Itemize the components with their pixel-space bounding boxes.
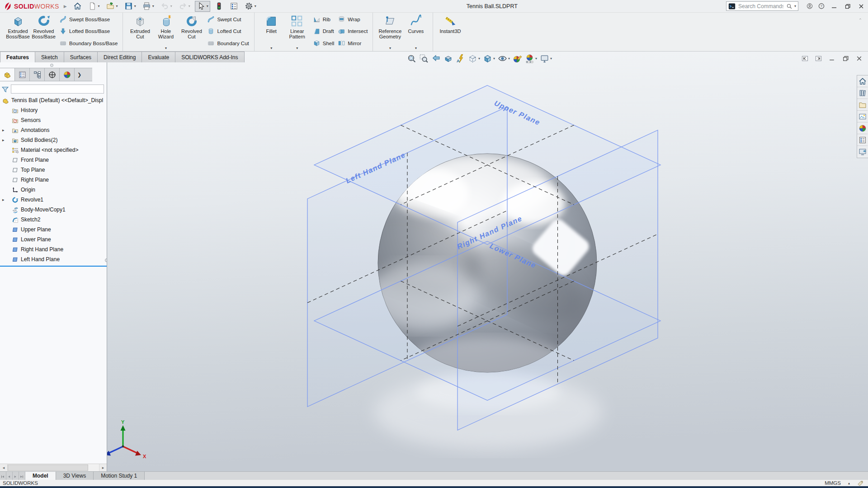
unit-system-dropdown-icon[interactable]: ▴ [848, 481, 850, 485]
tree-item-right-plane[interactable]: Right Plane [0, 175, 107, 185]
tab-surfaces[interactable]: Surfaces [64, 52, 98, 62]
undo-button[interactable]: ▾ [159, 1, 174, 12]
rollback-bar[interactable] [0, 266, 107, 267]
undo-dropdown-icon[interactable]: ▾ [170, 5, 172, 8]
revolved-boss-base-button[interactable]: Revolved Boss/Base [31, 14, 57, 51]
collapse-pane-right-button[interactable] [814, 55, 823, 62]
tree-item-right-hand-plane[interactable]: Right Hand Plane [0, 244, 107, 254]
doc-tab-motion-study-1[interactable]: Motion Study 1 [94, 472, 145, 480]
linear-pattern-button[interactable]: Linear Pattern▾ [284, 14, 310, 51]
scroll-right-button[interactable]: ▸ [99, 464, 107, 471]
boundary-boss-base-button[interactable]: Boundary Boss/Base [59, 39, 118, 47]
pane-tabs-overflow-button[interactable]: ❯ [75, 68, 84, 81]
curves-button[interactable]: Curves▾ [403, 14, 429, 51]
graphics-area[interactable]: Upper Plane Left Hand Plane Right Hand P… [0, 52, 868, 471]
ribbon-collapse-button[interactable] [856, 14, 864, 22]
panel-horizontal-scrollbar[interactable]: ◂ ▸ [0, 464, 107, 471]
display-style-dropdown-icon[interactable]: ▾ [493, 56, 495, 61]
extruded-boss-base-button[interactable]: Extruded Boss/Base [5, 14, 31, 51]
new-document-dropdown-icon[interactable]: ▾ [98, 5, 100, 8]
tree-item-revolve1[interactable]: ▸Revolve1 [0, 195, 107, 205]
scrollbar-thumb[interactable] [8, 465, 88, 471]
hide-show-items-button[interactable]: ▾ [496, 53, 511, 64]
intersect-button[interactable]: Intersect [338, 28, 368, 35]
custom-properties-tab[interactable] [857, 134, 868, 146]
doc-tab-3d-views[interactable]: 3D Views [56, 472, 94, 480]
nav-last-button[interactable] [19, 472, 25, 480]
revolved-cut-button[interactable]: Revolved Cut [179, 14, 204, 51]
close-button[interactable] [854, 0, 868, 12]
collapse-pane-left-button[interactable] [800, 55, 809, 62]
menu-flyout-arrow-icon[interactable]: ▶ [64, 4, 67, 9]
edit-appearance-button[interactable] [511, 53, 524, 64]
splitter-grip-handle[interactable] [105, 258, 107, 262]
open-dropdown-icon[interactable]: ▾ [116, 5, 118, 8]
minimize-button[interactable] [827, 0, 841, 12]
file-explorer-tab[interactable] [857, 99, 868, 111]
tree-item-sketch2[interactable]: Sketch2 [0, 215, 107, 225]
tree-item-annotations[interactable]: ▸AAnnotations [0, 125, 107, 135]
nav-prev-button[interactable] [6, 472, 13, 480]
restore-button[interactable] [841, 0, 854, 12]
apply-scene-dropdown-icon[interactable]: ▾ [535, 56, 537, 61]
solidworks-resources-tab[interactable] [857, 75, 868, 87]
search-icon[interactable] [786, 3, 793, 9]
filter-input[interactable] [11, 84, 104, 94]
view-settings-button[interactable]: ▾ [538, 53, 553, 64]
boundary-cut-button[interactable]: Boundary Cut [207, 39, 249, 47]
dimxpertmanager-tab[interactable] [45, 68, 60, 81]
design-library-tab[interactable] [857, 87, 868, 99]
tab-direct-editing[interactable]: Direct Editing [97, 52, 142, 62]
tree-item-left-hand-plane[interactable]: Left Hand Plane [0, 254, 107, 264]
nav-next-button[interactable] [13, 472, 19, 480]
zoom-to-area-button[interactable] [418, 53, 430, 64]
search-dropdown-icon[interactable]: ▾ [794, 5, 796, 8]
tree-item-history[interactable]: History [0, 105, 107, 115]
solidworks-forum-tab[interactable] [857, 146, 868, 158]
fillet-button[interactable]: Fillet▾ [259, 14, 284, 51]
display-style-button[interactable]: ▾ [481, 53, 496, 64]
section-view-button[interactable] [442, 53, 454, 64]
tree-item-sensors[interactable]: Sensors [0, 115, 107, 125]
tree-item-material-not-specified[interactable]: Material <not specified> [0, 145, 107, 155]
swept-cut-button[interactable]: Swept Cut [207, 15, 249, 23]
apply-scene-button[interactable]: ▾ [524, 53, 538, 64]
propertymanager-tab[interactable] [15, 68, 30, 81]
view-settings-dropdown-icon[interactable]: ▾ [550, 56, 552, 61]
tree-item-lower-plane[interactable]: Lower Plane [0, 235, 107, 244]
reference-geometry-button[interactable]: Reference Geometry▾ [377, 14, 403, 51]
displaymanager-tab[interactable] [60, 68, 75, 81]
tree-item-upper-plane[interactable]: Upper Plane [0, 225, 107, 235]
select-dropdown-icon[interactable]: ▾ [207, 5, 208, 8]
hide-show-items-dropdown-icon[interactable]: ▾ [508, 56, 510, 61]
view-orientation-button[interactable]: ▾ [467, 53, 481, 64]
home-button[interactable] [71, 1, 84, 12]
options-dropdown-icon[interactable]: ▾ [255, 5, 256, 8]
panel-grip-handle[interactable] [50, 64, 53, 67]
swept-boss-base-button[interactable]: Swept Boss/Base [59, 15, 118, 23]
instant3d-button[interactable]: Instant3D [437, 14, 463, 51]
unit-system-label[interactable]: MMGS [825, 480, 841, 486]
search-commands-box[interactable]: ▾ [726, 1, 798, 11]
previous-view-button[interactable] [430, 53, 442, 64]
tree-item-front-plane[interactable]: Front Plane [0, 155, 107, 165]
draft-button[interactable]: Draft [313, 28, 335, 35]
rebuild-button[interactable] [213, 1, 225, 12]
file-properties-button[interactable] [228, 1, 240, 12]
select-button[interactable]: ▾ [195, 1, 210, 12]
tab-evaluate[interactable]: Evaluate [142, 52, 175, 62]
mirror-button[interactable]: Mirror [338, 39, 368, 47]
zoom-to-fit-button[interactable] [406, 53, 418, 64]
status-tag-icon[interactable] [857, 480, 863, 486]
open-button[interactable]: ▾ [104, 1, 120, 12]
scroll-left-button[interactable]: ◂ [0, 464, 8, 471]
tab-features[interactable]: Features [0, 52, 35, 62]
wrap-button[interactable]: Wrap [338, 15, 368, 23]
tab-solidworks-add-ins[interactable]: SOLIDWORKS Add-Ins [175, 52, 244, 62]
help-button[interactable]: ? [816, 0, 827, 12]
tree-item-tennis-ball-default-default-displ[interactable]: Tennis Ball (Default) <<Default>_Displ [0, 95, 107, 105]
nav-first-button[interactable] [0, 472, 6, 480]
tree-item-body-move-copy1[interactable]: Body-Move/Copy1 [0, 205, 107, 215]
search-commands-input[interactable] [737, 3, 784, 10]
redo-button[interactable]: ▾ [177, 1, 192, 12]
